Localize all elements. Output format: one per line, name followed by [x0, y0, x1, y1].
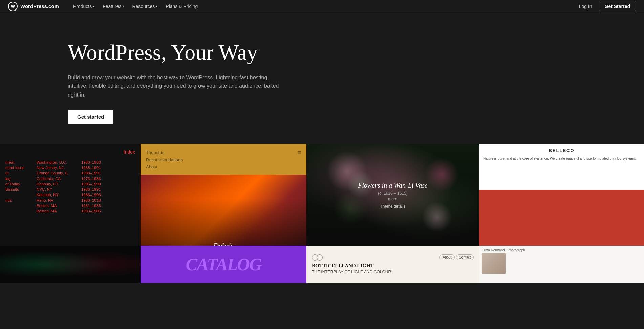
botticelli-nav: About Contact [439, 254, 474, 260]
belleco-text: Nature is pure, and at the core of exist… [483, 156, 640, 161]
table-row: Boston, MA 1981–1985 [5, 204, 135, 208]
hero-section: WordPress, Your Way Build and grow your … [0, 13, 644, 144]
circle-icon [317, 254, 323, 261]
hero-title: WordPress, Your Way [68, 40, 271, 65]
dark-glow-bg [0, 246, 141, 283]
hero-description: Build and grow your website with the bes… [68, 73, 284, 99]
card-catalog[interactable]: CATALOG [141, 246, 306, 283]
navigation: W WordPress.com Products ▾ Features ▾ Re… [0, 0, 644, 13]
index-label: Index [124, 149, 135, 155]
card-index[interactable]: Index hreat Washington, D.C. 1980–1983 m… [0, 144, 141, 246]
nav-features[interactable]: Features ▾ [99, 2, 127, 11]
index-table: hreat Washington, D.C. 1980–1983 ment Is… [5, 160, 135, 213]
table-row: hreat Washington, D.C. 1980–1983 [5, 160, 135, 164]
logo-text: WordPress.com [20, 3, 59, 9]
painting-title: Debris [213, 241, 234, 246]
flowers-overlay: Flowers in a Wan-Li Vase (c. 1610 – 1615… [306, 144, 479, 246]
flowers-meta: more [388, 197, 397, 201]
table-row: of Today Danbury, CT 1985–1990 [5, 182, 135, 186]
get-started-nav-button[interactable]: Get Started [599, 2, 636, 11]
menu-item-about[interactable]: About [146, 164, 183, 171]
card-flowers[interactable]: Flowers in a Wan-Li Vase (c. 1610 – 1615… [306, 144, 479, 246]
contact-button[interactable]: Contact [456, 254, 474, 260]
botticelli-header: About Contact [312, 254, 474, 261]
table-row: ment Issue New Jersey, NJ 1988–1991 [5, 166, 135, 170]
erma-image [482, 253, 506, 274]
nav-resources[interactable]: Resources ▾ [129, 2, 161, 11]
card-dark-photo[interactable] [0, 246, 141, 283]
login-button[interactable]: Log In [576, 2, 595, 11]
site-logo[interactable]: W WordPress.com [8, 2, 59, 11]
painting-image: Debris [141, 175, 306, 246]
about-button[interactable]: About [439, 254, 454, 260]
belleco-title: BELLECO [483, 148, 640, 153]
nav-links: Products ▾ Features ▾ Resources ▾ Plans … [70, 2, 576, 11]
menu-item-thoughts[interactable]: Thoughts [146, 149, 183, 157]
table-row: Katonah, NY 1986–1993 [5, 193, 135, 197]
thoughts-menu: Thoughts Recommendations About [146, 149, 183, 170]
botticelli-subtitle: THE INTERPLAY OF LIGHT AND COLOUR [312, 270, 474, 274]
nav-products[interactable]: Products ▾ [70, 2, 98, 11]
menu-item-recommendations[interactable]: Recommendations [146, 157, 183, 164]
table-row: ut Orange County, C. 1988–1991 [5, 171, 135, 175]
belleco-red-section [479, 190, 644, 246]
painting-overlay [141, 199, 306, 246]
chevron-down-icon: ▾ [122, 4, 124, 8]
theme-details-link[interactable]: Theme details [380, 204, 405, 209]
hero-cta-button[interactable]: Get started [68, 110, 113, 124]
thoughts-header: Thoughts Recommendations About ≡ [141, 144, 306, 174]
card-botticelli[interactable]: About Contact BOTTICELLI AND LIGHT THE I… [306, 246, 479, 283]
showcase-bottom-grid: CATALOG About Contact BOTTICELLI AND LIG… [0, 246, 644, 283]
wordpress-icon: W [8, 2, 18, 11]
chevron-down-icon: ▾ [156, 4, 157, 8]
showcase-grid: Index hreat Washington, D.C. 1980–1983 m… [0, 144, 644, 246]
erma-label: Erma Normand · Photograph [482, 248, 641, 252]
flowers-subtitle: (c. 1610 – 1615) [378, 191, 407, 196]
table-row: Biscuits NYC, NY 1986–1991 [5, 187, 135, 191]
flowers-title: Flowers in a Wan-Li Vase [358, 181, 428, 190]
nav-plans-pricing[interactable]: Plans & Pricing [162, 2, 201, 11]
menu-icon[interactable]: ≡ [297, 149, 301, 157]
chevron-down-icon: ▾ [93, 4, 94, 8]
nav-right: Log In Get Started [576, 2, 636, 11]
botticelli-title: BOTTICELLI AND LIGHT [312, 263, 474, 269]
catalog-text: CATALOG [186, 254, 261, 274]
table-row: lag California, CA 1976–1986 [5, 177, 135, 181]
table-row: nds Reno, NV 1980–2018 [5, 198, 135, 202]
botticelli-circles [312, 254, 323, 261]
card-erma[interactable]: Erma Normand · Photograph [479, 246, 644, 283]
card-belleco[interactable]: BELLECO Nature is pure, and at the core … [479, 144, 644, 246]
erma-content [482, 253, 641, 274]
card-thoughts[interactable]: Thoughts Recommendations About ≡ Debris [141, 144, 306, 246]
table-row: Boston, MA 1983–1985 [5, 209, 135, 213]
